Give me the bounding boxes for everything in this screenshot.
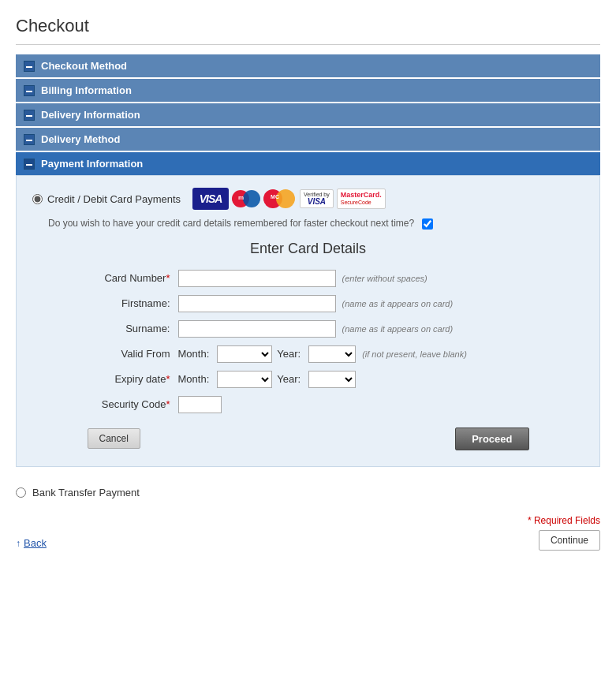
accordion-header-payment[interactable]: Payment Information [16,152,600,175]
valid-from-row: Valid From Month: 010203 040506 070809 1… [88,345,529,363]
accordion-icon-billing [24,85,35,96]
enter-card-title: Enter Card Details [32,241,584,257]
card-number-row: Card Number* (enter without spaces) [88,270,529,287]
firstname-row: Firstname: (name as it appears on card) [88,295,529,312]
mastercard-secure-logo: MasterCard. SecureCode [337,189,386,208]
payment-panel: Credit / Debit Card Payments VISA m [16,175,600,467]
expiry-month-select[interactable]: 010203 040506 070809 101112 [217,371,272,388]
accordion-icon-checkout-method [24,61,35,72]
card-number-required: * [166,272,170,284]
security-label: Security Code* [88,398,178,410]
required-note-container: * Required Fields [16,514,600,526]
page-title: Checkout [16,16,600,45]
maestro-logo: m [232,188,260,210]
accordion-header-delivery-info[interactable]: Delivery Information [16,103,600,126]
back-link[interactable]: Back [24,537,47,549]
credit-card-text: Credit / Debit Card Payments [47,193,181,205]
card-number-input[interactable] [178,270,336,287]
accordion-label-delivery-method: Delivery Method [41,133,120,145]
mastercard-logo: MC [263,188,297,210]
remember-checkbox[interactable] [422,218,433,230]
security-row: Security Code* [88,396,529,413]
accordion-label-billing: Billing Information [41,84,132,96]
accordion-icon-delivery-info [24,110,35,121]
payment-method-row: Credit / Debit Card Payments VISA m [32,188,584,210]
back-link-row: ↑ Back [16,537,47,549]
accordion-header-delivery-method[interactable]: Delivery Method [16,128,600,151]
required-note: * Required Fields [528,515,600,526]
valid-from-hint: (if not present, leave blank) [362,349,467,359]
surname-hint: (name as it appears on card) [342,324,454,334]
verified-visa-logo: Verified by VISA [300,189,334,209]
surname-row: Surname: (name as it appears on card) [88,320,529,338]
surname-input[interactable] [178,320,336,338]
visa-logo: VISA [192,188,229,210]
credit-card-label[interactable]: Credit / Debit Card Payments [32,193,181,205]
month-label-vf: Month: [178,348,210,360]
expiry-row: Expiry date* Month: 010203 040506 070809… [88,371,529,388]
footer-bottom: ↑ Back Continue [16,530,600,551]
proceed-button[interactable]: Proceed [455,428,528,450]
accordion-label-payment: Payment Information [41,158,143,170]
bank-transfer-radio[interactable] [16,487,26,498]
bank-transfer-section: Bank Transfer Payment [16,479,600,506]
remember-row: Do you wish to have your credit card det… [32,218,584,230]
year-label-exp: Year: [277,373,301,385]
accordion-item-checkout-method[interactable]: Checkout Method [16,54,600,77]
form-button-row: Cancel Proceed [88,428,529,450]
accordion-icon-payment [24,159,35,170]
accordion-item-payment[interactable]: Payment Information Credit / Debit Card … [16,152,600,467]
valid-from-label: Valid From [88,348,178,360]
credit-card-radio[interactable] [32,194,43,204]
accordion-header-billing[interactable]: Billing Information [16,79,600,102]
card-number-label: Card Number* [88,272,178,284]
security-required: * [166,398,170,410]
accordion-item-delivery-method[interactable]: Delivery Method [16,128,600,151]
cancel-button[interactable]: Cancel [88,428,140,449]
expiry-year-select[interactable]: 202420252026 202720282029 2030 [308,371,356,388]
firstname-input[interactable] [178,295,336,312]
page-wrapper: Checkout Checkout Method Billing Informa… [0,0,616,687]
valid-from-selects: Month: 010203 040506 070809 101112 Year:… [178,345,357,363]
card-number-hint: (enter without spaces) [342,274,427,283]
accordion-item-delivery-info[interactable]: Delivery Information [16,103,600,126]
valid-from-year-select[interactable]: 202020212022 202320242025 [308,345,356,363]
continue-button[interactable]: Continue [539,530,600,551]
accordion-header-checkout-method[interactable]: Checkout Method [16,54,600,77]
expiry-required: * [166,373,170,385]
remember-question: Do you wish to have your credit card det… [48,218,414,229]
card-form: Card Number* (enter without spaces) Firs… [88,270,529,450]
accordion-label-checkout-method: Checkout Method [41,60,127,72]
accordion-icon-delivery-method [24,134,35,145]
year-label-vf: Year: [277,348,301,360]
expiry-label: Expiry date* [88,373,178,385]
accordion-item-billing[interactable]: Billing Information [16,79,600,102]
accordion-label-delivery-info: Delivery Information [41,109,140,121]
surname-label: Surname: [88,323,178,334]
firstname-hint: (name as it appears on card) [342,299,454,308]
up-arrow-icon: ↑ [16,538,21,549]
valid-from-month-select[interactable]: 010203 040506 070809 101112 [217,345,272,363]
card-logos: VISA m MC Verified by [192,188,386,210]
month-label-exp: Month: [178,373,210,385]
firstname-label: Firstname: [88,297,178,309]
bank-transfer-label: Bank Transfer Payment [32,487,140,498]
security-code-input[interactable] [178,396,222,413]
expiry-selects: Month: 010203 040506 070809 101112 Year:… [178,371,357,388]
